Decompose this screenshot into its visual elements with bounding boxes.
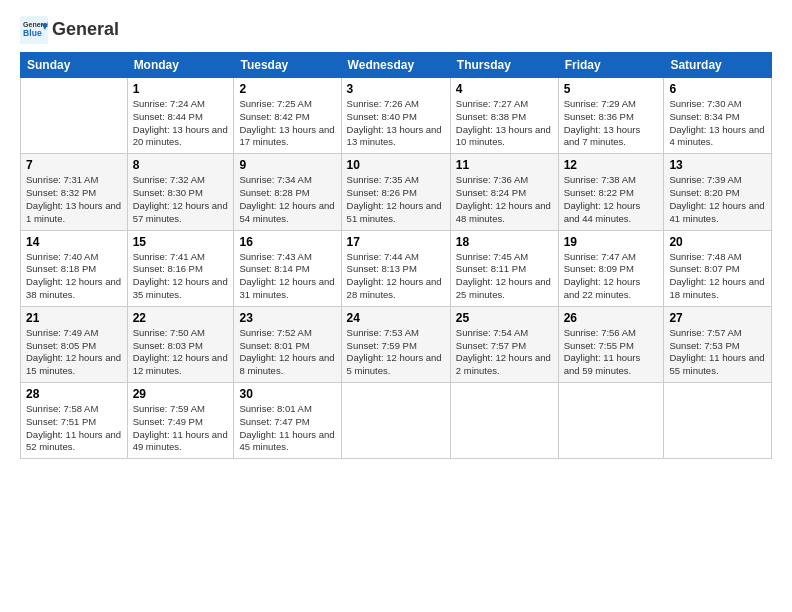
calendar-cell: 4Sunrise: 7:27 AMSunset: 8:38 PMDaylight…: [450, 78, 558, 154]
day-header-wednesday: Wednesday: [341, 53, 450, 78]
week-row-1: 1Sunrise: 7:24 AMSunset: 8:44 PMDaylight…: [21, 78, 772, 154]
day-header-friday: Friday: [558, 53, 664, 78]
day-number: 29: [133, 387, 229, 401]
day-number: 13: [669, 158, 766, 172]
day-info: Sunrise: 7:26 AMSunset: 8:40 PMDaylight:…: [347, 98, 445, 149]
day-info: Sunrise: 7:57 AMSunset: 7:53 PMDaylight:…: [669, 327, 766, 378]
svg-text:Blue: Blue: [23, 28, 42, 38]
day-info: Sunrise: 8:01 AMSunset: 7:47 PMDaylight:…: [239, 403, 335, 454]
calendar-cell: 2Sunrise: 7:25 AMSunset: 8:42 PMDaylight…: [234, 78, 341, 154]
calendar-cell: 29Sunrise: 7:59 AMSunset: 7:49 PMDayligh…: [127, 383, 234, 459]
calendar-cell: 19Sunrise: 7:47 AMSunset: 8:09 PMDayligh…: [558, 230, 664, 306]
day-number: 15: [133, 235, 229, 249]
calendar-cell: 7Sunrise: 7:31 AMSunset: 8:32 PMDaylight…: [21, 154, 128, 230]
day-number: 6: [669, 82, 766, 96]
calendar-cell: 17Sunrise: 7:44 AMSunset: 8:13 PMDayligh…: [341, 230, 450, 306]
calendar-cell: 25Sunrise: 7:54 AMSunset: 7:57 PMDayligh…: [450, 306, 558, 382]
day-info: Sunrise: 7:29 AMSunset: 8:36 PMDaylight:…: [564, 98, 659, 149]
calendar-cell: [341, 383, 450, 459]
day-info: Sunrise: 7:53 AMSunset: 7:59 PMDaylight:…: [347, 327, 445, 378]
calendar-cell: 3Sunrise: 7:26 AMSunset: 8:40 PMDaylight…: [341, 78, 450, 154]
day-number: 30: [239, 387, 335, 401]
day-number: 24: [347, 311, 445, 325]
calendar-cell: 6Sunrise: 7:30 AMSunset: 8:34 PMDaylight…: [664, 78, 772, 154]
calendar-cell: 10Sunrise: 7:35 AMSunset: 8:26 PMDayligh…: [341, 154, 450, 230]
calendar-cell: 21Sunrise: 7:49 AMSunset: 8:05 PMDayligh…: [21, 306, 128, 382]
day-info: Sunrise: 7:34 AMSunset: 8:28 PMDaylight:…: [239, 174, 335, 225]
day-number: 11: [456, 158, 553, 172]
day-number: 19: [564, 235, 659, 249]
day-number: 3: [347, 82, 445, 96]
week-row-3: 14Sunrise: 7:40 AMSunset: 8:18 PMDayligh…: [21, 230, 772, 306]
calendar-cell: 1Sunrise: 7:24 AMSunset: 8:44 PMDaylight…: [127, 78, 234, 154]
calendar-cell: 27Sunrise: 7:57 AMSunset: 7:53 PMDayligh…: [664, 306, 772, 382]
calendar-cell: 26Sunrise: 7:56 AMSunset: 7:55 PMDayligh…: [558, 306, 664, 382]
day-number: 27: [669, 311, 766, 325]
day-info: Sunrise: 7:36 AMSunset: 8:24 PMDaylight:…: [456, 174, 553, 225]
day-number: 16: [239, 235, 335, 249]
day-info: Sunrise: 7:49 AMSunset: 8:05 PMDaylight:…: [26, 327, 122, 378]
day-info: Sunrise: 7:38 AMSunset: 8:22 PMDaylight:…: [564, 174, 659, 225]
day-header-monday: Monday: [127, 53, 234, 78]
day-info: Sunrise: 7:44 AMSunset: 8:13 PMDaylight:…: [347, 251, 445, 302]
day-number: 26: [564, 311, 659, 325]
day-info: Sunrise: 7:54 AMSunset: 7:57 PMDaylight:…: [456, 327, 553, 378]
day-info: Sunrise: 7:59 AMSunset: 7:49 PMDaylight:…: [133, 403, 229, 454]
calendar-cell: [664, 383, 772, 459]
day-header-sunday: Sunday: [21, 53, 128, 78]
day-number: 28: [26, 387, 122, 401]
day-number: 4: [456, 82, 553, 96]
day-info: Sunrise: 7:31 AMSunset: 8:32 PMDaylight:…: [26, 174, 122, 225]
week-row-2: 7Sunrise: 7:31 AMSunset: 8:32 PMDaylight…: [21, 154, 772, 230]
day-number: 17: [347, 235, 445, 249]
day-header-tuesday: Tuesday: [234, 53, 341, 78]
calendar-cell: 22Sunrise: 7:50 AMSunset: 8:03 PMDayligh…: [127, 306, 234, 382]
calendar-table: SundayMondayTuesdayWednesdayThursdayFrid…: [20, 52, 772, 459]
day-info: Sunrise: 7:58 AMSunset: 7:51 PMDaylight:…: [26, 403, 122, 454]
calendar-cell: 18Sunrise: 7:45 AMSunset: 8:11 PMDayligh…: [450, 230, 558, 306]
logo: General Blue General: [20, 16, 119, 44]
day-number: 21: [26, 311, 122, 325]
calendar-cell: [21, 78, 128, 154]
calendar-cell: 20Sunrise: 7:48 AMSunset: 8:07 PMDayligh…: [664, 230, 772, 306]
week-row-4: 21Sunrise: 7:49 AMSunset: 8:05 PMDayligh…: [21, 306, 772, 382]
day-info: Sunrise: 7:39 AMSunset: 8:20 PMDaylight:…: [669, 174, 766, 225]
calendar-cell: 8Sunrise: 7:32 AMSunset: 8:30 PMDaylight…: [127, 154, 234, 230]
calendar-cell: 30Sunrise: 8:01 AMSunset: 7:47 PMDayligh…: [234, 383, 341, 459]
calendar-cell: 16Sunrise: 7:43 AMSunset: 8:14 PMDayligh…: [234, 230, 341, 306]
day-number: 9: [239, 158, 335, 172]
page-header: General Blue General: [20, 16, 772, 44]
day-number: 8: [133, 158, 229, 172]
day-info: Sunrise: 7:50 AMSunset: 8:03 PMDaylight:…: [133, 327, 229, 378]
day-number: 12: [564, 158, 659, 172]
day-info: Sunrise: 7:56 AMSunset: 7:55 PMDaylight:…: [564, 327, 659, 378]
day-number: 7: [26, 158, 122, 172]
day-info: Sunrise: 7:40 AMSunset: 8:18 PMDaylight:…: [26, 251, 122, 302]
calendar-cell: [558, 383, 664, 459]
day-number: 20: [669, 235, 766, 249]
day-number: 5: [564, 82, 659, 96]
calendar-cell: 13Sunrise: 7:39 AMSunset: 8:20 PMDayligh…: [664, 154, 772, 230]
calendar-cell: 28Sunrise: 7:58 AMSunset: 7:51 PMDayligh…: [21, 383, 128, 459]
day-header-saturday: Saturday: [664, 53, 772, 78]
day-info: Sunrise: 7:25 AMSunset: 8:42 PMDaylight:…: [239, 98, 335, 149]
day-header-thursday: Thursday: [450, 53, 558, 78]
calendar-cell: 23Sunrise: 7:52 AMSunset: 8:01 PMDayligh…: [234, 306, 341, 382]
day-number: 2: [239, 82, 335, 96]
week-row-5: 28Sunrise: 7:58 AMSunset: 7:51 PMDayligh…: [21, 383, 772, 459]
calendar-cell: 15Sunrise: 7:41 AMSunset: 8:16 PMDayligh…: [127, 230, 234, 306]
calendar-cell: 11Sunrise: 7:36 AMSunset: 8:24 PMDayligh…: [450, 154, 558, 230]
day-number: 10: [347, 158, 445, 172]
calendar-cell: [450, 383, 558, 459]
calendar-cell: 14Sunrise: 7:40 AMSunset: 8:18 PMDayligh…: [21, 230, 128, 306]
logo-icon: General Blue: [20, 16, 48, 44]
day-info: Sunrise: 7:35 AMSunset: 8:26 PMDaylight:…: [347, 174, 445, 225]
calendar-header-row: SundayMondayTuesdayWednesdayThursdayFrid…: [21, 53, 772, 78]
day-info: Sunrise: 7:43 AMSunset: 8:14 PMDaylight:…: [239, 251, 335, 302]
day-number: 22: [133, 311, 229, 325]
day-info: Sunrise: 7:48 AMSunset: 8:07 PMDaylight:…: [669, 251, 766, 302]
day-info: Sunrise: 7:47 AMSunset: 8:09 PMDaylight:…: [564, 251, 659, 302]
logo-text: General: [52, 20, 119, 40]
day-number: 25: [456, 311, 553, 325]
calendar-cell: 24Sunrise: 7:53 AMSunset: 7:59 PMDayligh…: [341, 306, 450, 382]
